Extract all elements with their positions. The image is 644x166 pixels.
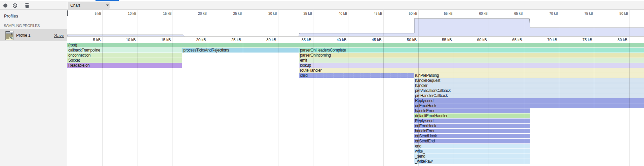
svg-text:%: % [10, 36, 13, 40]
